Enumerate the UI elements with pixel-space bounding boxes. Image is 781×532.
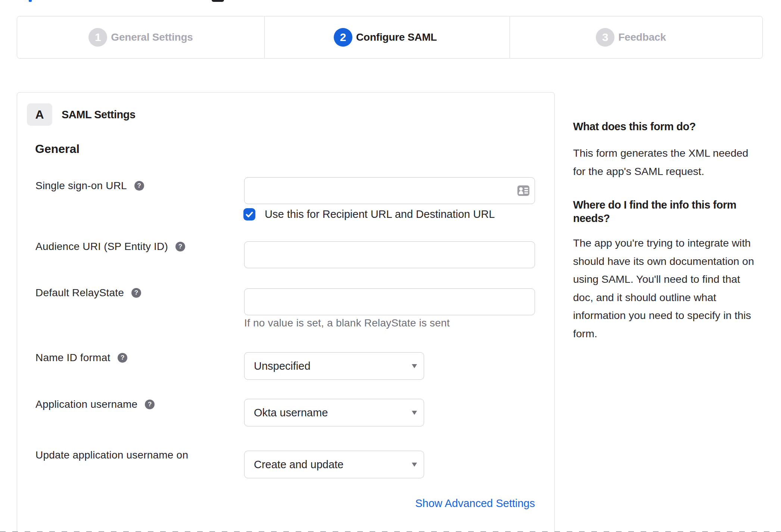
- name-id-format-select[interactable]: Unspecified: [244, 352, 424, 380]
- question-mark: ?: [121, 353, 125, 363]
- panel-title: SAML Settings: [62, 109, 136, 121]
- sso-url-input[interactable]: [244, 177, 535, 204]
- update-app-username-label: Update application username on: [35, 450, 188, 460]
- question-mark: ?: [137, 181, 141, 191]
- help-icon[interactable]: ?: [131, 288, 141, 298]
- update-app-username-label-row: Update application username on: [35, 450, 188, 460]
- sidebar-body-what: This form generates the XML needed for t…: [573, 144, 748, 180]
- name-id-format-label: Name ID format: [35, 353, 110, 363]
- cropped-heading-fragment-blue: [29, 0, 32, 2]
- audience-uri-input[interactable]: [244, 241, 535, 268]
- audience-uri-label: Audience URI (SP Entity ID): [35, 241, 168, 252]
- step-configure-saml[interactable]: 2 Configure SAML: [264, 16, 510, 58]
- help-icon[interactable]: ?: [175, 242, 185, 251]
- step-1-number-badge: 1: [88, 28, 107, 47]
- saml-settings-panel: A SAML Settings General Single sign-on U…: [17, 92, 555, 532]
- panel-header: A SAML Settings: [27, 103, 136, 126]
- app-username-label: Application username: [35, 399, 137, 410]
- step-2-number-badge: 2: [334, 28, 352, 47]
- cropped-heading-fragment-black: [212, 0, 224, 2]
- name-id-format-label-row: Name ID format ?: [35, 353, 127, 363]
- update-app-username-select[interactable]: Create and update: [244, 451, 424, 478]
- update-app-username-value: Create and update: [254, 459, 343, 471]
- chevron-down-icon: [412, 463, 417, 467]
- question-mark: ?: [134, 288, 139, 298]
- section-a-badge: A: [27, 103, 52, 126]
- help-icon[interactable]: ?: [145, 400, 155, 409]
- relay-state-hint: If no value is set, a blank RelayState i…: [244, 318, 450, 328]
- sso-url-label: Single sign-on URL: [35, 181, 127, 191]
- step-2-label: Configure SAML: [356, 31, 437, 43]
- help-icon[interactable]: ?: [134, 181, 144, 191]
- recipient-url-checkbox-label[interactable]: Use this for Recipient URL and Destinati…: [265, 209, 495, 220]
- step-general-settings[interactable]: 1 General Settings: [17, 16, 264, 58]
- sidebar-heading-what: What does this form do?: [573, 120, 696, 133]
- question-mark: ?: [148, 399, 152, 410]
- question-mark: ?: [178, 241, 183, 252]
- relay-state-input[interactable]: [244, 288, 535, 315]
- relay-state-label: Default RelayState: [35, 288, 124, 298]
- help-icon[interactable]: ?: [118, 353, 127, 363]
- general-section-heading: General: [35, 143, 80, 155]
- app-username-select[interactable]: Okta username: [244, 399, 424, 426]
- audience-uri-input-wrap: [244, 241, 535, 268]
- sidebar-body-where: The app you're trying to integrate with …: [573, 234, 754, 342]
- chevron-down-icon: [412, 411, 417, 415]
- chevron-down-icon: [412, 364, 417, 368]
- app-username-value: Okta username: [254, 407, 328, 419]
- relay-state-label-row: Default RelayState ?: [35, 288, 141, 298]
- sso-url-label-row: Single sign-on URL ?: [35, 181, 144, 191]
- recipient-url-checkbox[interactable]: [243, 208, 255, 220]
- name-id-format-value: Unspecified: [254, 360, 311, 372]
- sso-url-input-wrap: [244, 177, 535, 204]
- sidebar-heading-where: Where do I find the info this form needs…: [573, 198, 736, 225]
- audience-uri-label-row: Audience URI (SP Entity ID) ?: [35, 241, 185, 252]
- help-sidebar: What does this form do? This form genera…: [573, 0, 758, 532]
- checkmark-icon: [245, 210, 254, 219]
- show-advanced-settings-link[interactable]: Show Advanced Settings: [244, 498, 535, 509]
- relay-state-input-wrap: [244, 288, 535, 315]
- contact-card-icon: [517, 185, 529, 196]
- app-username-label-row: Application username ?: [35, 399, 155, 410]
- step-1-label: General Settings: [111, 31, 193, 43]
